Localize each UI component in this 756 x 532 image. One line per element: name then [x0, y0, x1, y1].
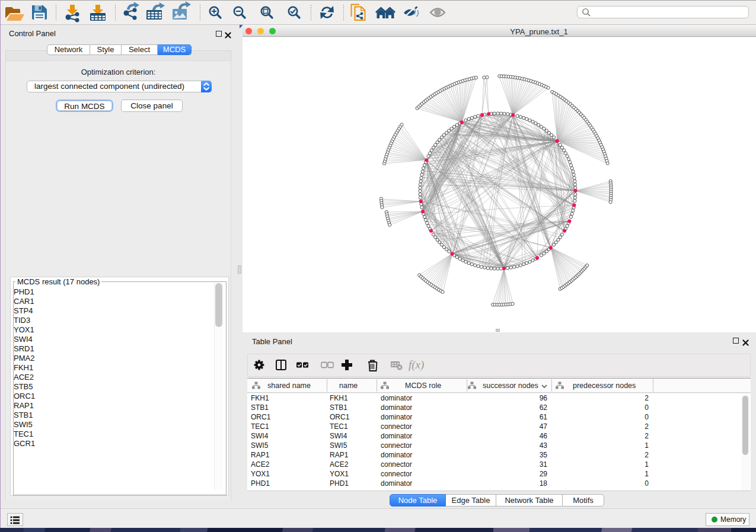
svg-text:f(x): f(x) [409, 358, 424, 371]
